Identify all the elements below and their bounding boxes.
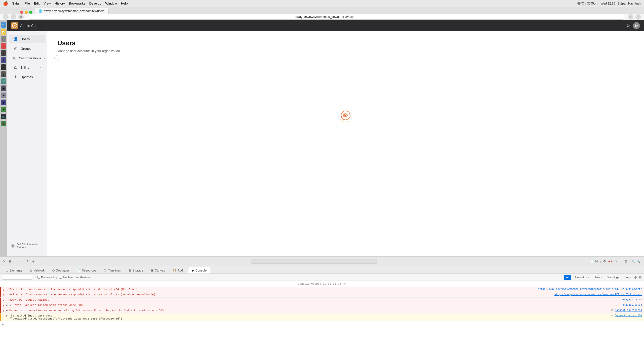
tab-network[interactable]: ◎ Network bbox=[26, 267, 48, 274]
eway-logo-svg bbox=[12, 23, 17, 28]
dock-icon-mobile[interactable]: 📱 bbox=[1, 71, 6, 77]
dock-icon-plus[interactable]: ⊕ bbox=[1, 107, 6, 112]
browser-tab[interactable]: 🌐 eway-dev/ewaywsmemos_dev/admin/#/users bbox=[34, 8, 109, 14]
expand-icon-4[interactable]: ▶ bbox=[6, 304, 9, 307]
url-bar[interactable]: eway-dev/ewaywsmemos_dev/admin/#/users bbox=[28, 14, 624, 20]
devtools-grid-button[interactable]: ⊞ bbox=[8, 259, 13, 264]
expand-icon-6[interactable]: ▶ bbox=[6, 314, 9, 317]
msg-source-4[interactable]: ewayapi.ts:98 bbox=[620, 304, 642, 306]
dock-icon-notes[interactable]: 📝 bbox=[1, 29, 6, 35]
warnings-status: ⚠ bbox=[615, 260, 617, 263]
dock-icon-tv[interactable]: 📺 bbox=[1, 114, 6, 119]
minimize-window-button[interactable] bbox=[25, 11, 28, 14]
old-admin-settings-link[interactable]: ⚙ Old Administration Settings bbox=[9, 241, 45, 250]
dock-icon-x[interactable]: ✕ bbox=[1, 43, 6, 49]
tab-console[interactable]: ▶ Console bbox=[188, 267, 210, 274]
emulate-gesture-checkbox-label[interactable]: Emulate User Gesture bbox=[59, 276, 90, 279]
dock-icon-finder[interactable]: 🔍 bbox=[1, 22, 6, 28]
msg-source-2[interactable]: http://eway-dev/ewaywsmemos_dev/insecure… bbox=[552, 293, 642, 296]
forward-button[interactable]: › bbox=[11, 14, 16, 20]
devtools-refresh-button[interactable]: ↺ bbox=[24, 259, 29, 264]
edit-menu[interactable]: Edit bbox=[34, 2, 39, 5]
dock-icon-dark[interactable]: ▪ bbox=[1, 50, 6, 56]
tab-elements[interactable]: ◻ Elements bbox=[2, 267, 26, 274]
timer-status: ⏱ bbox=[603, 260, 606, 263]
tab-storage[interactable]: 🗄 Storage bbox=[125, 267, 147, 274]
msg-source-5[interactable]: Connection.tsx:230 bbox=[613, 309, 642, 312]
expand-icon-4b[interactable]: ▶ bbox=[10, 304, 13, 307]
fullscreen-window-button[interactable] bbox=[29, 11, 32, 14]
console-tab-icon: ▶ bbox=[192, 269, 194, 272]
console-settings-button[interactable]: ⚙ bbox=[639, 275, 642, 279]
apple-menu[interactable]: 🍎 bbox=[3, 1, 8, 6]
main-content: Users Manage user accounts in your organ… bbox=[47, 31, 644, 256]
view-menu[interactable]: View bbox=[44, 2, 51, 5]
sidebar-item-billing[interactable]: 🗂 Billing ∨ bbox=[9, 63, 45, 72]
dock-icon-video[interactable]: 🎥 bbox=[1, 121, 6, 126]
help-menu[interactable]: Help bbox=[121, 2, 128, 5]
preserve-log-checkbox[interactable] bbox=[37, 276, 40, 279]
filter-warnings-button[interactable]: Warnings bbox=[606, 275, 621, 280]
devtools-record-button[interactable]: ⊕ bbox=[30, 259, 36, 264]
filter-errors-button[interactable]: Errors bbox=[592, 275, 604, 280]
dock-icon-grid[interactable]: ▣ bbox=[1, 85, 6, 91]
dock-icon-grid2[interactable]: ⊞ bbox=[1, 93, 6, 98]
new-tab-button[interactable]: + bbox=[635, 14, 641, 20]
sidebar-item-updates[interactable]: ⬆ Updates bbox=[9, 73, 45, 81]
console-filter-input[interactable] bbox=[2, 275, 32, 280]
devtools-url-display[interactable] bbox=[251, 259, 377, 264]
console-next-button[interactable]: › bbox=[35, 276, 36, 279]
console-msg-1: ⊗ Failed to load resource: the server re… bbox=[0, 287, 644, 292]
filter-all-button[interactable]: All bbox=[564, 275, 571, 280]
sidebar-item-customizations[interactable]: ⊞ Customizations ∨ bbox=[9, 54, 45, 62]
dock-icon-music[interactable]: ♪ bbox=[1, 64, 6, 70]
expand-icon-5[interactable]: ▶ bbox=[6, 309, 9, 312]
dock-icon-arrow[interactable]: ↗ bbox=[1, 57, 6, 63]
errors-count: ● 6 bbox=[608, 259, 613, 263]
tab-resources[interactable]: 📄 Resources bbox=[73, 267, 100, 274]
sidebar-collapse-button[interactable]: ‹ bbox=[54, 55, 59, 60]
safari-menu[interactable]: Safari bbox=[12, 2, 21, 5]
sidebar-item-users[interactable]: 👤 Users bbox=[9, 35, 45, 43]
back-button[interactable]: ‹ bbox=[3, 14, 9, 20]
history-menu[interactable]: History bbox=[55, 2, 65, 5]
dock-icon-diamond[interactable]: ◈ bbox=[1, 100, 6, 105]
refresh-button[interactable]: ↺ bbox=[18, 14, 24, 20]
debugger-tab-label: Debugger bbox=[56, 269, 69, 272]
sidebar-item-groups[interactable]: ◎ Groups bbox=[9, 44, 45, 53]
emulate-gesture-checkbox[interactable] bbox=[59, 276, 62, 279]
close-window-button[interactable] bbox=[20, 11, 23, 14]
dock-icon-audio[interactable]: 🔊 bbox=[1, 78, 6, 84]
devtools-close-button[interactable]: ✕ bbox=[2, 259, 7, 264]
download-status: ↓ bbox=[600, 260, 601, 263]
filter-logs-button[interactable]: Logs bbox=[623, 275, 633, 280]
filter-evaluations-button[interactable]: Evaluations bbox=[573, 275, 591, 280]
tab-audit[interactable]: 📋 Audit bbox=[169, 267, 188, 274]
menubar-left: 🍎 Safari File Edit View History Bookmark… bbox=[3, 1, 128, 6]
tab-debugger[interactable]: ⬡ Debugger bbox=[48, 267, 73, 274]
msg-source-6[interactable]: Connection.tsx:230 bbox=[613, 314, 642, 317]
window-menu[interactable]: Window bbox=[105, 2, 117, 5]
msg-source-1[interactable]: http://eway-dev/ewaywsmemos_dev/admin/st… bbox=[536, 288, 642, 291]
bookmarks-menu[interactable]: Bookmarks bbox=[69, 2, 85, 5]
audit-tab-label: Audit bbox=[178, 269, 184, 272]
admin-header: Admin Center ⚙ ŠH bbox=[7, 20, 644, 31]
tab-bar: 🌐 eway-dev/ewaywsmemos_dev/admin/#/users bbox=[0, 7, 644, 14]
logo-icon bbox=[11, 22, 18, 29]
msg-source-3[interactable]: ewayapi.ts:97 bbox=[620, 298, 642, 301]
devtools-settings-button[interactable]: ⚙ bbox=[623, 259, 629, 264]
tab-timelines[interactable]: ⏱ Timelines bbox=[100, 267, 125, 274]
tab-canvas[interactable]: ▣ Canvas bbox=[147, 267, 169, 274]
admin-sidebar: 👤 Users ◎ Groups ⊞ Customizations ∨ 🗂 Bi… bbox=[7, 31, 47, 256]
user-avatar[interactable]: ŠH bbox=[633, 22, 640, 29]
console-clear-button[interactable]: ⊘ bbox=[634, 275, 637, 279]
dock-icon-scissors[interactable]: ✂ bbox=[1, 36, 6, 42]
preserve-log-checkbox-label[interactable]: Preserve Log bbox=[37, 276, 57, 279]
develop-menu[interactable]: Develop bbox=[89, 2, 101, 5]
settings-icon[interactable]: ⚙ bbox=[626, 23, 630, 28]
share-button[interactable]: ↑ bbox=[628, 14, 633, 20]
file-menu[interactable]: File bbox=[25, 2, 30, 5]
devtools-rect-button[interactable]: ▭ bbox=[14, 259, 20, 264]
bottom-expand-icon[interactable]: ▶ bbox=[2, 323, 4, 326]
console-prev-button[interactable]: ‹ bbox=[34, 276, 35, 279]
